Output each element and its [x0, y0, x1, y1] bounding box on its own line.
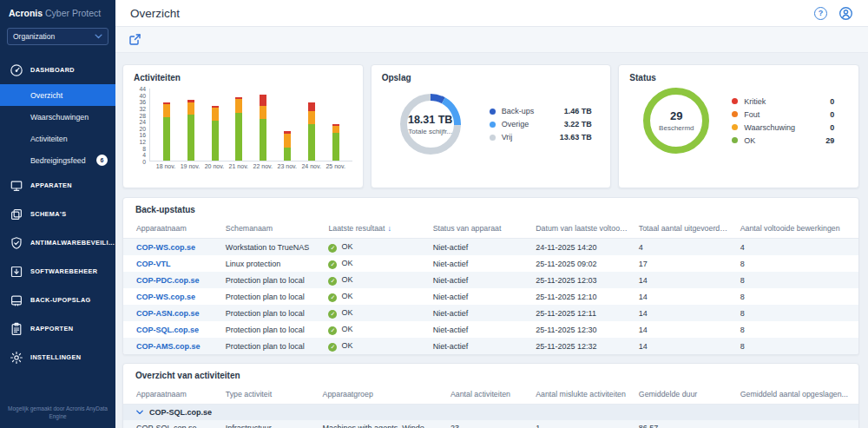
sidebar-item-apparaten[interactable]: APPARATEN — [0, 171, 115, 200]
sidebar-item-antimalwarebeveili[interactable]: ANTIMALWAREBEVEILI... — [0, 228, 115, 257]
activities-bar-chart: 048121620242832364044 18 nov.19 nov.20 n… — [134, 89, 352, 169]
storage-donut-chart: 18.31 TB Totale schijfr... — [394, 88, 467, 161]
bar-segment-waarschuwing — [260, 106, 266, 119]
sidebar-item-instellingen[interactable]: INSTELLINGEN — [0, 343, 115, 372]
completed-runs-cell: 8 — [735, 272, 858, 288]
table-row[interactable]: COP-SQL.cop.seInfrastructuurMachines wit… — [123, 420, 858, 428]
last-result-cell: ✓OK — [323, 239, 427, 256]
table-row[interactable]: COP-SQL.cop.seProtection plan to local✓O… — [123, 321, 858, 338]
sidebar-item-activiteiten[interactable]: Activiteiten — [0, 128, 115, 149]
column-header-aantal-voltooide-bewerkingen[interactable]: Aantal voltooide bewerkingen — [735, 220, 858, 239]
device-link[interactable]: COP-VTL — [136, 260, 171, 268]
column-header-laatste-resultaat[interactable]: Laatste resultaat↓ — [323, 220, 427, 239]
column-header-aantal-mislukte-activiteiten[interactable]: Aantal mislukte activiteiten — [530, 385, 634, 405]
software-box-icon — [10, 265, 23, 279]
column-header-gemiddelde-duur[interactable]: Gemiddelde duur — [634, 385, 735, 405]
column-header-label: Datum van laatste voltooide b... — [536, 224, 634, 233]
column-header-apparaatgroep[interactable]: Apparaatgroep — [318, 385, 445, 405]
y-tick-label: 4 — [142, 152, 146, 158]
chevron-down-icon — [95, 34, 102, 39]
sidebar-item-label: Overzicht — [30, 91, 62, 100]
sidebar-item-rapporten[interactable]: RAPPORTEN — [0, 314, 115, 343]
column-header-label: Aantal mislukte activiteiten — [536, 390, 626, 398]
avg-stored-cell: - — [735, 420, 858, 428]
legend-dot-icon — [490, 135, 496, 141]
legend-item-fout: Fout0 — [732, 110, 834, 119]
activities-widget-title: Activiteiten — [134, 73, 352, 82]
column-header-datum-van-laatste-voltooide-b[interactable]: Datum van laatste voltooide b... — [530, 220, 634, 239]
column-header-label: Gemiddelde duur — [639, 390, 697, 398]
last-backup-date-cell: 25-11-2025 12:11 — [530, 305, 634, 321]
table-row[interactable]: COP-PDC.cop.seProtection plan to local✓O… — [123, 272, 858, 288]
brand-name: Acronis — [9, 8, 43, 18]
sidebar-item-dashboard[interactable]: DASHBOARD — [0, 56, 115, 84]
table-row[interactable]: COP-VTLLinux protection✓OKNiet-actief25-… — [123, 255, 858, 272]
help-icon[interactable]: ? — [814, 7, 827, 20]
device-link[interactable]: COP-SQL.cop.se — [136, 326, 199, 334]
organization-selector[interactable]: Organization — [7, 28, 108, 45]
sidebar-item-waarschuwingen[interactable]: Waarschuwingen — [0, 106, 115, 128]
sidebar-item-back-upopslag[interactable]: BACK-UPOPSLAG — [0, 286, 115, 314]
legend-dot-icon — [732, 137, 738, 143]
legend-item-kritiek: Kritiek0 — [732, 97, 834, 106]
sidebar-item-softwarebeheer[interactable]: SOFTWAREBEHEER — [0, 257, 115, 286]
device-status-cell: Niet-actief — [428, 338, 531, 354]
column-header-status-van-apparaat[interactable]: Status van apparaat — [428, 220, 531, 239]
account-icon[interactable] — [838, 6, 853, 21]
report-clipboard-icon — [10, 322, 23, 336]
sidebar-item-schema-s[interactable]: SCHEMA'S — [0, 200, 115, 228]
total-runs-cell: 14 — [634, 288, 735, 305]
plans-icon — [10, 207, 23, 221]
x-tick-label: 24 nov. — [299, 163, 324, 169]
monitor-icon — [10, 179, 23, 193]
bar-segment-geslaagd — [212, 121, 219, 161]
sidebar-item-label: SOFTWAREBEHEER — [30, 267, 97, 275]
column-header-apparaatnaam[interactable]: Apparaatnaam — [123, 385, 220, 405]
last-backup-date-cell: 25-11-2025 12:03 — [530, 272, 634, 288]
count-cell: 23 — [445, 420, 530, 428]
storage-drive-icon — [10, 293, 23, 307]
organization-selector-label: Organization — [13, 32, 55, 41]
group-row[interactable]: COP-SQL.cop.se — [123, 405, 858, 421]
column-header-type-activiteit[interactable]: Type activiteit — [220, 385, 318, 405]
popout-icon[interactable] — [129, 34, 141, 45]
device-link[interactable]: COP-ASN.cop.se — [136, 309, 200, 318]
legend-dot-icon — [732, 111, 738, 117]
legend-value: 0 — [815, 123, 834, 132]
legend-label: Back-ups — [502, 107, 550, 115]
failed-cell: 1 — [530, 420, 634, 428]
column-header-aantal-activiteiten[interactable]: Aantal activiteiten — [445, 385, 530, 405]
type-cell: Infrastructuur — [220, 420, 318, 428]
table-row[interactable]: COP-AMS.cop.seProtection plan to local✓O… — [123, 338, 858, 354]
device-link[interactable]: COP-AMS.cop.se — [136, 342, 201, 351]
bar-segment-geslaagd — [332, 133, 339, 161]
sidebar-menu: DASHBOARDOverzichtWaarschuwingenActivite… — [0, 56, 115, 372]
storage-widget: Opslag 18.31 TB Totale schijfr... Back-u… — [371, 64, 612, 188]
table-row[interactable]: COP-ASN.cop.seProtection plan to local✓O… — [123, 305, 858, 321]
sidebar-item-label: BACK-UPOPSLAG — [30, 296, 91, 304]
gauge-icon — [10, 63, 23, 77]
column-header-label: Apparaatnaam — [136, 390, 187, 398]
column-header-schemanaam[interactable]: Schemanaam — [220, 220, 324, 239]
sort-descending-icon: ↓ — [387, 224, 391, 233]
sidebar-item-overzicht[interactable]: Overzicht — [0, 84, 115, 106]
result-label: OK — [341, 242, 352, 251]
column-header-totaal-aantal-uitgevoerde-be[interactable]: Totaal aantal uitgevoerde be... — [634, 220, 735, 239]
sidebar-item-bedreigingsfeed[interactable]: Bedreigingsfeed6 — [0, 149, 115, 171]
column-header-gemiddeld-aantal-opgeslagen[interactable]: Gemiddeld aantal opgeslagen... — [735, 385, 858, 405]
y-tick-label: 0 — [142, 159, 146, 165]
dashboard-content: Activiteiten 048121620242832364044 18 no… — [115, 53, 868, 428]
total-runs-cell: 17 — [634, 255, 735, 272]
chevron-down-icon[interactable] — [136, 408, 143, 417]
column-header-apparaatnaam[interactable]: Apparaatnaam — [123, 220, 220, 239]
device-link[interactable]: COP-WS.cop.se — [136, 293, 195, 301]
y-tick-label: 36 — [139, 99, 146, 105]
table-row[interactable]: COP-WS.cop.seProtection plan to local✓OK… — [123, 288, 858, 305]
device-link[interactable]: COP-PDC.cop.se — [136, 276, 200, 285]
sidebar-item-label: INSTELLINGEN — [30, 353, 81, 361]
status-widget-title: Status — [629, 73, 848, 82]
column-header-label: Aantal voltooide bewerkingen — [740, 224, 840, 233]
table-row[interactable]: COP-WS.cop.seWorkstation to TrueNAS✓OKNi… — [123, 239, 858, 256]
device-link[interactable]: COP-WS.cop.se — [136, 243, 195, 252]
ok-check-icon: ✓ — [328, 277, 337, 286]
